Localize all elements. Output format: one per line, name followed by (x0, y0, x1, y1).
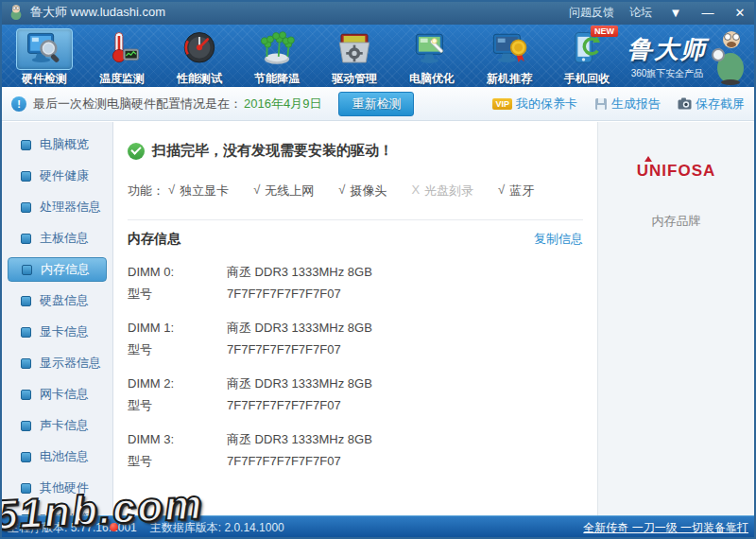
ad-link[interactable]: 全新传奇 一刀一级 一切装备靠打 (583, 520, 748, 536)
ludashi-window: 鲁大师 www.ludashi.com 问题反馈 论坛 ▼ — ✕ (0, 0, 756, 539)
pc-optimize-icon (404, 28, 460, 70)
window-title: 鲁大师 www.ludashi.com (30, 4, 165, 21)
dimm-desc: 商丞 DDR3 1333MHz 8GB (227, 428, 372, 450)
toolbar-item-new-pc[interactable]: 新机推荐 (471, 26, 548, 87)
camera-icon (678, 97, 692, 110)
app-mascot-icon (8, 4, 25, 21)
square-icon (21, 358, 31, 369)
statusbar: 主程序版本: 5.77.16.1001 主数据库版本: 2.0.14.1000 … (0, 515, 756, 539)
dimm-block-0: DIMM 0:商丞 DDR3 1333MHz 8GB 型号7F7F7F7F7F7… (128, 261, 583, 304)
logo-accent (644, 156, 652, 162)
care-card-link[interactable]: VIP 我的保养卡 (492, 96, 577, 113)
sidebar-item-other-hardware[interactable]: 其他硬件 (8, 476, 107, 500)
dimm-model: 7F7F7F7F7F7F7F07 (227, 394, 341, 416)
feature-bluetooth: √蓝牙 (498, 183, 534, 200)
toolbar-item-label: 电脑优化 (409, 71, 455, 87)
toolbar-item-label: 节能降温 (254, 71, 300, 87)
sidebar-item-battery-info[interactable]: 电池信息 (8, 444, 107, 469)
square-icon (21, 234, 31, 244)
memory-brand-logo: UNIFOSA (598, 162, 754, 181)
dimm-model: 7F7F7F7F7F7F7F07 (227, 339, 341, 360)
dimm-block-3: DIMM 3:商丞 DDR3 1333MHz 8GB 型号7F7F7F7F7F7… (128, 428, 583, 472)
dimm-block-1: DIMM 1:商丞 DDR3 1333MHz 8GB 型号7F7F7F7F7F7… (128, 317, 583, 360)
last-check-date: 2016年4月9日 (244, 96, 321, 113)
sidebar-item-sound-info[interactable]: 声卡信息 (8, 413, 107, 438)
last-check-message: 最后一次检测电脑硬件配置情况是在： (33, 96, 242, 113)
feature-camera: √摄像头 (338, 183, 387, 200)
toolbar-item-pc-optimize[interactable]: 电脑优化 (393, 26, 471, 87)
toolbar-item-hardware-detect[interactable]: 硬件检测 (6, 26, 83, 87)
infobar: ! 最后一次检测电脑硬件配置情况是在： 2016年4月9日 重新检测 VIP 我… (2, 87, 754, 121)
toolbar-item-performance[interactable]: 性能测试 (161, 26, 238, 87)
model-label: 型号 (128, 394, 227, 416)
temperature-icon (94, 28, 150, 70)
square-icon (21, 483, 31, 494)
dimm-slot: DIMM 3: (128, 428, 227, 450)
sidebar-item-disk-info[interactable]: 硬盘信息 (8, 288, 107, 313)
forum-link[interactable]: 论坛 (629, 5, 652, 21)
sidebar-item-monitor-info[interactable]: 显示器信息 (8, 351, 107, 375)
close-button[interactable]: ✕ (731, 6, 748, 20)
notification-dot-icon (110, 523, 118, 531)
toolbar-item-label: 性能测试 (177, 71, 222, 87)
square-icon (21, 421, 31, 431)
feedback-link[interactable]: 问题反馈 (569, 5, 614, 21)
dimm-desc: 商丞 DDR3 1333MHz 8GB (227, 261, 372, 283)
brand-subtitle: 360旗下安全产品 (627, 67, 707, 80)
dimm-block-2: DIMM 2:商丞 DDR3 1333MHz 8GB 型号7F7F7F7F7F7… (128, 373, 583, 416)
main-content: 扫描完毕，没有发现需要安装的驱动！ 功能： √独立显卡 √无线上网 √摄像头 X… (113, 122, 597, 515)
brand-mascot-icon (711, 28, 750, 85)
section-divider (128, 219, 583, 220)
toolbar-item-temperature[interactable]: 温度监测 (83, 26, 161, 87)
features-row: 功能： √独立显卡 √无线上网 √摄像头 X光盘刻录 √蓝牙 (128, 183, 583, 200)
copy-info-link[interactable]: 复制信息 (534, 231, 583, 248)
hardware-detect-icon (16, 28, 73, 70)
toolbar-item-label: 新机推荐 (487, 71, 532, 87)
sidebar-item-network-info[interactable]: 网卡信息 (8, 382, 107, 407)
new-pc-icon (481, 28, 538, 70)
features-label: 功能： (128, 183, 164, 200)
menu-dropdown-icon[interactable]: ▼ (667, 6, 684, 20)
toolbar-item-label: 手机回收 (564, 71, 610, 87)
sidebar-item-cpu-info[interactable]: 处理器信息 (8, 195, 107, 219)
right-panel: UNIFOSA 内存品牌 (597, 122, 754, 515)
sidebar-item-memory-info[interactable]: 内存信息 (8, 257, 107, 282)
titlebar: 鲁大师 www.ludashi.com 问题反馈 论坛 ▼ — ✕ (0, 0, 756, 25)
toolbar-item-phone-recycle[interactable]: NEW 手机回收 (548, 26, 626, 87)
toolbar-item-label: 驱动管理 (332, 71, 377, 87)
model-label: 型号 (128, 283, 227, 304)
square-icon (21, 202, 31, 213)
feature-wireless: √无线上网 (253, 183, 314, 200)
scan-result-message: 扫描完毕，没有发现需要安装的驱动！ (152, 142, 393, 160)
save-screenshot-link[interactable]: 保存截屏 (678, 96, 745, 113)
square-icon (21, 140, 31, 150)
dimm-slot: DIMM 2: (128, 373, 227, 394)
toolbar-item-driver-manage[interactable]: 驱动管理 (316, 26, 393, 87)
feature-disc-burning: X光盘刻录 (411, 183, 473, 200)
scan-ok-icon (128, 143, 145, 160)
brand-area: 鲁大师 360旗下安全产品 (627, 26, 752, 87)
sidebar-item-pc-overview[interactable]: 电脑概览 (8, 132, 107, 157)
recheck-button[interactable]: 重新检测 (338, 92, 414, 116)
minimize-button[interactable]: — (699, 6, 716, 20)
sidebar-item-gpu-info[interactable]: 显卡信息 (8, 320, 107, 344)
generate-report-link[interactable]: 生成报告 (594, 96, 661, 113)
square-icon (21, 390, 31, 400)
sidebar-item-hardware-health[interactable]: 硬件健康 (8, 164, 107, 188)
toolbar-item-label: 温度监测 (99, 71, 145, 87)
brand-logo-text: 鲁大师 (627, 33, 707, 66)
dimm-desc: 商丞 DDR3 1333MHz 8GB (227, 317, 372, 339)
version-db: 主数据库版本: 2.0.14.1000 (150, 520, 284, 536)
dimm-desc: 商丞 DDR3 1333MHz 8GB (227, 373, 372, 394)
vip-badge-icon: VIP (492, 98, 512, 110)
sidebar-item-motherboard-info[interactable]: 主板信息 (8, 226, 107, 251)
toolbar-item-energy-saving[interactable]: 节能降温 (238, 26, 316, 87)
info-icon: ! (11, 96, 26, 112)
dimm-list: DIMM 0:商丞 DDR3 1333MHz 8GB 型号7F7F7F7F7F7… (128, 261, 583, 472)
performance-icon (171, 28, 228, 70)
square-icon (21, 452, 31, 462)
driver-manage-icon (326, 28, 383, 70)
toolbar-item-label: 硬件检测 (22, 71, 67, 87)
new-badge: NEW (591, 26, 618, 37)
model-label: 型号 (128, 450, 227, 472)
